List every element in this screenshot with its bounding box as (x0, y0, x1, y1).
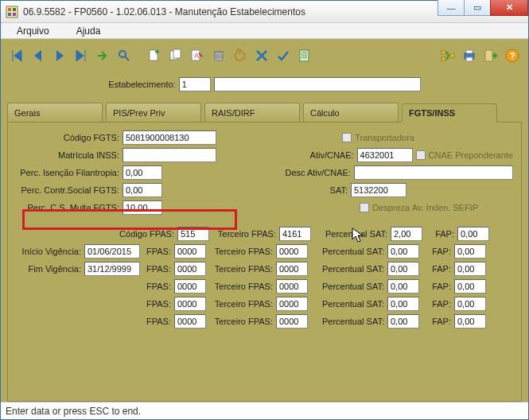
percsat-input[interactable] (387, 279, 419, 294)
close-button[interactable]: ✕ (490, 0, 528, 16)
fpas-row: Código FPAS:Terceiro FPAS:Percentual SAT… (16, 225, 513, 243)
svg-rect-15 (441, 57, 445, 60)
perc-isencao-input[interactable] (123, 165, 162, 180)
fap-input[interactable] (454, 244, 486, 259)
fpas-input[interactable] (174, 262, 206, 276)
confirm-icon[interactable] (274, 46, 293, 65)
fap-input[interactable] (454, 279, 486, 294)
fap-label: FAP: (426, 229, 454, 239)
fpas-input[interactable] (174, 297, 206, 311)
print-icon[interactable] (460, 46, 479, 65)
matricula-inss-input[interactable] (123, 148, 216, 162)
fap-input[interactable] (457, 227, 489, 241)
percsat-label: Percentual SAT: (314, 229, 387, 239)
svg-text:?: ? (510, 51, 515, 60)
fpas-input[interactable] (174, 279, 206, 294)
terceiro-input[interactable] (279, 227, 311, 241)
svg-rect-16 (450, 54, 454, 57)
fpas-row: Início Vigência:FPAS:Terceiro FPAS:Perce… (16, 243, 513, 260)
perc-contr-input[interactable] (123, 183, 162, 197)
notes-icon[interactable] (295, 46, 314, 65)
ativ-cnae-input[interactable] (357, 148, 413, 162)
terceiro-input[interactable] (276, 314, 308, 329)
fpas-row: FPAS:Terceiro FPAS:Percentual SAT:FAP: (16, 313, 513, 330)
cnae-prep-checkbox[interactable] (416, 150, 426, 160)
tab-fgts-inss[interactable]: FGTS/INSS (402, 103, 497, 122)
prev-record-icon[interactable] (29, 46, 48, 65)
codigo-fgts-input[interactable] (123, 130, 216, 145)
fpas-label: FPAS: (143, 317, 171, 326)
minimize-button[interactable]: — (438, 0, 465, 16)
percsat-input[interactable] (387, 314, 419, 329)
menu-file[interactable]: Arquivo (4, 24, 62, 38)
tab-gerais[interactable]: Gerais (7, 103, 103, 122)
relations-icon[interactable] (438, 46, 457, 65)
perc-multa-input[interactable] (123, 200, 162, 215)
svg-text:A: A (194, 52, 199, 60)
terceiro-input[interactable] (276, 262, 308, 276)
window-title: 06.9.5582 - FP0560 - 1.02.06.013 - Manut… (23, 6, 438, 18)
percsat-label: Percentual SAT: (311, 264, 384, 274)
delete-icon[interactable] (209, 46, 228, 65)
percsat-input[interactable] (387, 297, 419, 311)
fpas-input[interactable] (174, 244, 206, 259)
new-icon[interactable] (145, 46, 164, 65)
vigencia-input[interactable] (84, 244, 140, 259)
perc-multa-label: Perc. C.S. Multa FGTS: (16, 203, 119, 212)
cancel-icon[interactable] (252, 46, 271, 65)
maximize-button[interactable]: ▭ (464, 0, 491, 16)
svg-rect-4 (13, 13, 16, 16)
codigo-fpas-input[interactable] (177, 227, 209, 241)
percsat-input[interactable] (387, 244, 419, 259)
fpas-input[interactable] (174, 314, 206, 329)
fap-label: FAP: (422, 282, 451, 291)
search-icon[interactable] (115, 46, 134, 65)
tab-calculo[interactable]: Cálculo (303, 103, 399, 122)
menu-help[interactable]: Ajuda (64, 24, 114, 38)
edit-icon[interactable]: A (188, 46, 207, 65)
menubar: Arquivo Ajuda (1, 23, 528, 39)
fpas-label: FPAS: (143, 264, 171, 274)
sat-label: SAT: (292, 185, 348, 195)
fap-input[interactable] (454, 297, 486, 311)
fap-input[interactable] (454, 262, 486, 276)
svg-rect-14 (441, 51, 445, 54)
percsat-label: Percentual SAT: (311, 299, 384, 309)
terceiro-label: Terceiro FPAS: (209, 247, 273, 256)
exit-icon[interactable] (481, 46, 500, 65)
svg-rect-1 (8, 8, 11, 11)
cnae-prep-label: CNAE Preponderante (429, 150, 513, 160)
terceiro-input[interactable] (276, 297, 308, 311)
despreza-checkbox[interactable] (360, 203, 369, 212)
estab-code-input[interactable] (179, 77, 211, 91)
first-record-icon[interactable] (7, 46, 26, 65)
codigo-fpas-label: Código FPAS: (88, 229, 174, 239)
tab-rais-dirf[interactable]: RAIS/DIRF (204, 103, 300, 122)
sat-input[interactable] (351, 183, 406, 197)
help-icon[interactable]: ? (503, 46, 522, 65)
goto-icon[interactable] (93, 46, 112, 65)
undo-icon[interactable] (231, 46, 250, 65)
tab-pis-prev-priv[interactable]: PIS/Prev Priv (106, 103, 201, 122)
svg-rect-20 (485, 50, 492, 61)
next-record-icon[interactable] (50, 46, 69, 65)
terceiro-label: Terceiro FPAS: (212, 229, 276, 239)
desc-ativ-input[interactable] (354, 165, 513, 180)
svg-rect-12 (214, 51, 224, 52)
percsat-input[interactable] (387, 262, 419, 276)
fap-input[interactable] (454, 314, 486, 329)
svg-rect-13 (300, 50, 309, 61)
svg-rect-3 (8, 13, 11, 16)
last-record-icon[interactable] (72, 46, 91, 65)
vigencia-input[interactable] (84, 262, 140, 276)
percsat-input[interactable] (391, 227, 422, 241)
copy-icon[interactable] (166, 46, 185, 65)
terceiro-input[interactable] (276, 279, 308, 294)
svg-rect-8 (173, 49, 181, 58)
estab-name-input[interactable] (214, 77, 421, 91)
transportadora-checkbox[interactable] (342, 133, 352, 142)
terceiro-input[interactable] (276, 244, 308, 259)
status-bar: Enter data or press ESC to end. (1, 402, 528, 419)
svg-rect-19 (466, 57, 473, 61)
tabstrip: Gerais PIS/Prev Priv RAIS/DIRF Cálculo F… (7, 103, 522, 122)
